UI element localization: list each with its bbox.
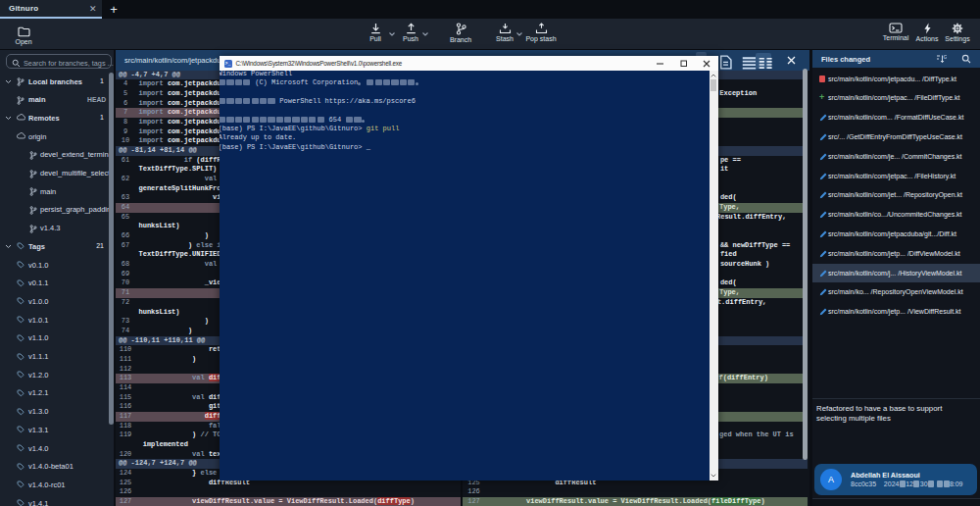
svg-text:G: G (944, 54, 948, 60)
